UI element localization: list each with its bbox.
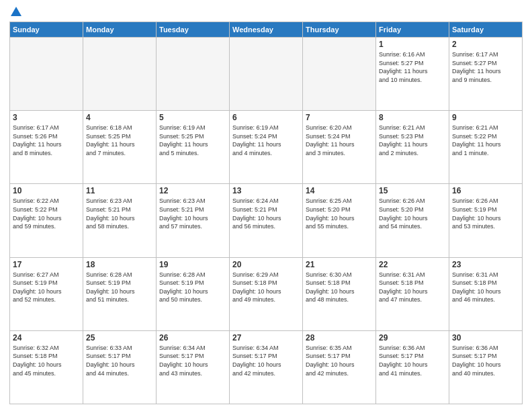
- day-number: 20: [232, 260, 300, 269]
- calendar-week-2: 10Sunrise: 6:22 AM Sunset: 5:22 PM Dayli…: [10, 184, 523, 257]
- day-number: 22: [379, 260, 446, 269]
- calendar-cell: 24Sunrise: 6:32 AM Sunset: 5:18 PM Dayli…: [10, 330, 83, 404]
- page: SundayMondayTuesdayWednesdayThursdayFrid…: [0, 0, 532, 411]
- day-number: 17: [13, 260, 80, 269]
- day-info: Sunrise: 6:20 AM Sunset: 5:24 PM Dayligh…: [306, 124, 373, 157]
- day-info: Sunrise: 6:36 AM Sunset: 5:17 PM Dayligh…: [452, 344, 519, 377]
- calendar-cell: 3Sunrise: 6:17 AM Sunset: 5:26 PM Daylig…: [10, 111, 83, 184]
- day-number: 12: [159, 186, 226, 195]
- day-number: 9: [452, 113, 519, 122]
- day-info: Sunrise: 6:24 AM Sunset: 5:21 PM Dayligh…: [232, 197, 300, 230]
- day-info: Sunrise: 6:28 AM Sunset: 5:19 PM Dayligh…: [159, 271, 226, 304]
- day-number: 28: [306, 333, 373, 342]
- day-info: Sunrise: 6:30 AM Sunset: 5:18 PM Dayligh…: [306, 271, 373, 304]
- day-number: 10: [13, 186, 80, 195]
- day-number: 5: [159, 113, 226, 122]
- calendar-cell: 26Sunrise: 6:34 AM Sunset: 5:17 PM Dayli…: [157, 330, 230, 404]
- calendar-table: SundayMondayTuesdayWednesdayThursdayFrid…: [9, 21, 523, 404]
- day-info: Sunrise: 6:36 AM Sunset: 5:17 PM Dayligh…: [379, 344, 446, 377]
- calendar-cell: 13Sunrise: 6:24 AM Sunset: 5:21 PM Dayli…: [230, 184, 303, 257]
- calendar-cell: 9Sunrise: 6:21 AM Sunset: 5:22 PM Daylig…: [449, 111, 523, 184]
- day-info: Sunrise: 6:33 AM Sunset: 5:17 PM Dayligh…: [86, 344, 153, 377]
- day-info: Sunrise: 6:26 AM Sunset: 5:19 PM Dayligh…: [452, 197, 519, 230]
- day-info: Sunrise: 6:35 AM Sunset: 5:17 PM Dayligh…: [306, 344, 373, 377]
- calendar-header-row: SundayMondayTuesdayWednesdayThursdayFrid…: [10, 22, 523, 38]
- calendar-cell: 14Sunrise: 6:25 AM Sunset: 5:20 PM Dayli…: [303, 184, 376, 257]
- day-number: 24: [13, 333, 80, 342]
- calendar-cell: 18Sunrise: 6:28 AM Sunset: 5:19 PM Dayli…: [83, 257, 157, 330]
- col-header-friday: Friday: [376, 22, 449, 38]
- day-info: Sunrise: 6:23 AM Sunset: 5:21 PM Dayligh…: [159, 197, 226, 230]
- day-info: Sunrise: 6:17 AM Sunset: 5:27 PM Dayligh…: [452, 50, 519, 84]
- calendar-cell: 17Sunrise: 6:27 AM Sunset: 5:19 PM Dayli…: [10, 257, 83, 330]
- day-number: 13: [232, 186, 300, 195]
- day-number: 23: [452, 260, 519, 269]
- day-info: Sunrise: 6:23 AM Sunset: 5:21 PM Dayligh…: [86, 197, 153, 230]
- day-number: 2: [452, 40, 519, 49]
- calendar-cell: 25Sunrise: 6:33 AM Sunset: 5:17 PM Dayli…: [83, 330, 157, 404]
- calendar-cell: 11Sunrise: 6:23 AM Sunset: 5:21 PM Dayli…: [83, 184, 157, 257]
- day-info: Sunrise: 6:31 AM Sunset: 5:18 PM Dayligh…: [379, 271, 446, 304]
- col-header-tuesday: Tuesday: [157, 22, 230, 38]
- calendar-cell: 28Sunrise: 6:35 AM Sunset: 5:17 PM Dayli…: [303, 330, 376, 404]
- calendar-cell: 22Sunrise: 6:31 AM Sunset: 5:18 PM Dayli…: [376, 257, 449, 330]
- col-header-saturday: Saturday: [449, 22, 523, 38]
- day-info: Sunrise: 6:22 AM Sunset: 5:22 PM Dayligh…: [13, 197, 80, 230]
- day-number: 29: [379, 333, 446, 342]
- day-info: Sunrise: 6:19 AM Sunset: 5:24 PM Dayligh…: [232, 124, 300, 157]
- day-info: Sunrise: 6:32 AM Sunset: 5:18 PM Dayligh…: [13, 344, 80, 377]
- calendar-cell: 20Sunrise: 6:29 AM Sunset: 5:18 PM Dayli…: [230, 257, 303, 330]
- day-info: Sunrise: 6:16 AM Sunset: 5:27 PM Dayligh…: [379, 50, 446, 84]
- calendar-cell: 21Sunrise: 6:30 AM Sunset: 5:18 PM Dayli…: [303, 257, 376, 330]
- calendar-cell: 5Sunrise: 6:19 AM Sunset: 5:25 PM Daylig…: [157, 111, 230, 184]
- calendar-cell: 27Sunrise: 6:34 AM Sunset: 5:17 PM Dayli…: [230, 330, 303, 404]
- day-info: Sunrise: 6:34 AM Sunset: 5:17 PM Dayligh…: [232, 344, 300, 377]
- col-header-sunday: Sunday: [10, 22, 83, 38]
- calendar-cell: 15Sunrise: 6:26 AM Sunset: 5:20 PM Dayli…: [376, 184, 449, 257]
- day-info: Sunrise: 6:31 AM Sunset: 5:18 PM Dayligh…: [452, 271, 519, 304]
- logo-triangle-icon: [11, 7, 21, 16]
- day-number: 21: [306, 260, 373, 269]
- day-number: 7: [306, 113, 373, 122]
- day-number: 4: [86, 113, 153, 122]
- day-info: Sunrise: 6:21 AM Sunset: 5:22 PM Dayligh…: [452, 124, 519, 157]
- day-number: 11: [86, 186, 153, 195]
- day-info: Sunrise: 6:21 AM Sunset: 5:23 PM Dayligh…: [379, 124, 446, 157]
- calendar-cell: 23Sunrise: 6:31 AM Sunset: 5:18 PM Dayli…: [449, 257, 523, 330]
- calendar-cell: 12Sunrise: 6:23 AM Sunset: 5:21 PM Dayli…: [157, 184, 230, 257]
- calendar-cell: [83, 38, 157, 111]
- logo: [9, 7, 21, 16]
- day-number: 1: [379, 40, 446, 49]
- calendar-week-4: 24Sunrise: 6:32 AM Sunset: 5:18 PM Dayli…: [10, 330, 523, 404]
- calendar-cell: 16Sunrise: 6:26 AM Sunset: 5:19 PM Dayli…: [449, 184, 523, 257]
- day-number: 14: [306, 186, 373, 195]
- day-info: Sunrise: 6:26 AM Sunset: 5:20 PM Dayligh…: [379, 197, 446, 230]
- calendar-cell: [230, 38, 303, 111]
- calendar-cell: 8Sunrise: 6:21 AM Sunset: 5:23 PM Daylig…: [376, 111, 449, 184]
- col-header-wednesday: Wednesday: [230, 22, 303, 38]
- col-header-monday: Monday: [83, 22, 157, 38]
- day-number: 18: [86, 260, 153, 269]
- header: [9, 7, 523, 16]
- calendar-week-3: 17Sunrise: 6:27 AM Sunset: 5:19 PM Dayli…: [10, 257, 523, 330]
- col-header-thursday: Thursday: [303, 22, 376, 38]
- day-number: 26: [159, 333, 226, 342]
- calendar-week-0: 1Sunrise: 6:16 AM Sunset: 5:27 PM Daylig…: [10, 38, 523, 111]
- calendar-cell: 29Sunrise: 6:36 AM Sunset: 5:17 PM Dayli…: [376, 330, 449, 404]
- day-info: Sunrise: 6:25 AM Sunset: 5:20 PM Dayligh…: [306, 197, 373, 230]
- day-info: Sunrise: 6:19 AM Sunset: 5:25 PM Dayligh…: [159, 124, 226, 157]
- calendar-cell: 1Sunrise: 6:16 AM Sunset: 5:27 PM Daylig…: [376, 38, 449, 111]
- day-number: 27: [232, 333, 300, 342]
- calendar-cell: [303, 38, 376, 111]
- calendar-cell: 19Sunrise: 6:28 AM Sunset: 5:19 PM Dayli…: [157, 257, 230, 330]
- day-number: 6: [232, 113, 300, 122]
- day-info: Sunrise: 6:17 AM Sunset: 5:26 PM Dayligh…: [13, 124, 80, 157]
- day-number: 30: [452, 333, 519, 342]
- day-number: 3: [13, 113, 80, 122]
- day-number: 19: [159, 260, 226, 269]
- day-info: Sunrise: 6:18 AM Sunset: 5:25 PM Dayligh…: [86, 124, 153, 157]
- day-number: 25: [86, 333, 153, 342]
- day-info: Sunrise: 6:29 AM Sunset: 5:18 PM Dayligh…: [232, 271, 300, 304]
- calendar-cell: 2Sunrise: 6:17 AM Sunset: 5:27 PM Daylig…: [449, 38, 523, 111]
- day-number: 8: [379, 113, 446, 122]
